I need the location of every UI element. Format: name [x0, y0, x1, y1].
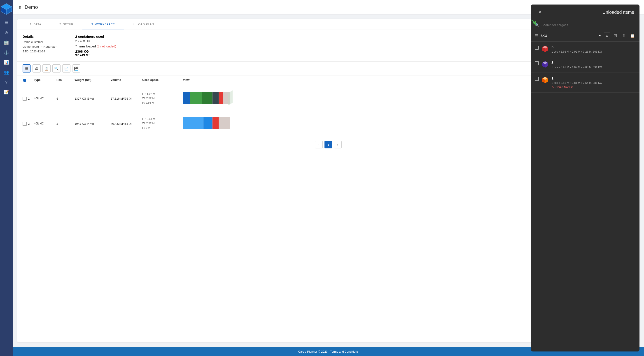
search-input[interactable] [542, 23, 636, 27]
cargo3-num: 3 [552, 61, 636, 65]
viz1-seg3 [202, 92, 212, 104]
sort-select[interactable]: SKU [540, 34, 602, 38]
viz1-seg2 [190, 92, 202, 104]
viz1-seg4 [212, 92, 219, 104]
panel-search-area: 🔍 [531, 20, 640, 30]
cargo-item-1[interactable]: 1 1 pcs x 3.81 M x 2.81 M x 2.56 M, 381 … [531, 73, 640, 93]
select-all-icon[interactable]: ⊞ [22, 78, 26, 83]
sidebar-item-ship[interactable]: ⚓ [2, 48, 10, 57]
col-type: Type [34, 78, 56, 83]
cargo5-details: 1 pcs x 3.66 M x 2.92 M x 3.28 M, 366 KG [552, 50, 636, 53]
warning-icon: ⚠ [552, 85, 554, 89]
row1-pcs: 5 [56, 97, 74, 100]
clipboard-btn[interactable]: 📋 [42, 64, 50, 73]
customer-name: Demo customer [22, 40, 57, 45]
upload-icon: ⬆ [18, 5, 22, 10]
cargo5-icon [542, 45, 549, 52]
sidebar-logo[interactable] [0, 2, 13, 17]
items-count: 7 items loaded [75, 45, 96, 48]
next-page-btn[interactable]: › [334, 141, 342, 148]
row1-checkbox[interactable] [22, 97, 27, 101]
row2-num: 2 [28, 122, 30, 125]
row1-checkbox-cell: 1 [22, 96, 34, 101]
tab-workspace[interactable]: 3. WORKSPACE [82, 19, 124, 30]
panel-title: Unloaded Items [543, 10, 634, 15]
save-btn[interactable]: 💾 [72, 64, 80, 73]
delete-btn[interactable]: 🗑 [620, 32, 627, 39]
copy-btn[interactable]: 📋 [629, 32, 636, 39]
not-loaded-text: (3 not loaded) [97, 45, 116, 48]
row2-pcs: 2 [56, 122, 74, 125]
sidebar-item-building[interactable]: 🏢 [2, 38, 10, 47]
row1-weight: 1327 KG (5 %) [74, 97, 111, 100]
cargo1-num: 1 [552, 76, 636, 80]
search-btn[interactable]: 🔍 [52, 64, 60, 73]
cargo3-checkbox[interactable] [535, 61, 539, 65]
cargo-item-3[interactable]: 3 1 pcs x 3.91 M x 1.67 M x 4.08 M, 391 … [531, 57, 640, 73]
viz2-seg2 [204, 117, 212, 129]
footer-text: Cargo-Planner © 2023 - Terms and Conditi… [298, 350, 358, 353]
cargo3-details: 1 pcs x 3.91 M x 1.67 M x 4.08 M, 391 KG [552, 66, 636, 69]
cargo1-error: ⚠ Could Not Fit [552, 85, 636, 89]
panel-close-btn[interactable]: ✕ [536, 9, 543, 15]
container-type: 2 x 40ft HC [75, 39, 598, 43]
panel-toolbar: ☰ SKU ▲ ☑ 🗑 📋 [531, 30, 640, 42]
panel-menu-icon[interactable]: ☰ [535, 34, 538, 38]
footer-copyright: © 2023 - Terms and Conditions [318, 350, 358, 353]
sidebar-item-data[interactable]: ⊙ [2, 29, 10, 37]
sort-asc-btn[interactable]: ▲ [604, 33, 610, 39]
error-text: Could Not Fit [556, 85, 573, 89]
prev-page-btn[interactable]: ‹ [315, 141, 323, 148]
col-volume: Volume [111, 78, 142, 83]
col-pcs: Pcs [56, 78, 74, 83]
footer-link[interactable]: Cargo-Planner [298, 350, 317, 353]
cargo1-checkbox[interactable] [535, 77, 539, 81]
tab-data[interactable]: 1. DATA [21, 19, 50, 30]
doc-btn[interactable]: 📄 [62, 64, 70, 73]
cargo5-num: 5 [552, 45, 636, 49]
cargo5-info: 5 1 pcs x 3.66 M x 2.92 M x 3.28 M, 366 … [552, 45, 636, 53]
row1-volume: 57.316 M³(75 %) [111, 97, 142, 100]
viz1-3d [228, 90, 232, 106]
viz2-seg4 [219, 117, 230, 129]
cargo1-icon [542, 76, 549, 84]
row2-checkbox-cell: 2 [22, 121, 34, 126]
sidebar-item-notes[interactable]: 📝 [2, 88, 10, 96]
details-right: 2 containers used 2 x 40ft HC 7 items lo… [75, 35, 598, 57]
tab-setup[interactable]: 2. SETUP [50, 19, 82, 30]
volume-value: 97.749 M³ [75, 53, 598, 57]
row1-type: 40ft HC [34, 97, 56, 101]
sidebar-item-table[interactable]: 📊 [2, 58, 10, 66]
cargo5-checkbox[interactable] [535, 46, 539, 50]
weight-value: 2368 KG [75, 50, 598, 53]
details-title: Details [22, 35, 57, 38]
page-1-btn[interactable]: 1 [324, 141, 332, 148]
select-all-btn[interactable]: ☑ [612, 32, 619, 39]
unloaded-panel: ✕ Unloaded Items 🔍 ☰ SKU ▲ ☑ 🗑 📋 5 [531, 5, 640, 351]
cargo3-icon [542, 61, 549, 68]
cargo1-info: 1 1 pcs x 3.81 M x 2.81 M x 2.56 M, 381 … [552, 76, 636, 89]
cargo3-info: 3 1 pcs x 3.91 M x 1.67 M x 4.08 M, 391 … [552, 61, 636, 69]
print-btn[interactable]: 🖶 [32, 64, 41, 73]
row2-checkbox[interactable] [22, 122, 27, 126]
tab-load-plan[interactable]: 4. LOAD PLAN [124, 19, 163, 30]
container2-viz[interactable] [183, 117, 232, 131]
viz2-seg1 [183, 117, 204, 129]
viz1-seg5 [219, 92, 223, 104]
container1-viz[interactable] [183, 92, 232, 106]
row2-type: 40ft HC [34, 122, 56, 126]
sidebar-item-people[interactable]: 👥 [2, 68, 10, 76]
route: Gothemburg → Rotterdam [22, 45, 57, 49]
row2-used-space: L: 10.41 M W: 2.32 M H: 2 M [142, 117, 183, 130]
sidebar-item-menu[interactable]: ☰ [2, 19, 10, 27]
row1-used-space: L: 11.02 M W: 2.32 M H: 2.56 M [142, 92, 183, 105]
list-view-btn[interactable]: ☰ [22, 64, 31, 73]
search-icon: 🔍 [535, 23, 539, 27]
sidebar: ☰ ⊙ 🏢 ⚓ 📊 👥 ? 📝 [0, 0, 13, 356]
sidebar-item-help[interactable]: ? [2, 78, 10, 86]
containers-used: 2 containers used [75, 35, 598, 38]
col-checkbox: ⊞ [22, 78, 34, 83]
cargo-item-5[interactable]: 5 1 pcs x 3.66 M x 2.92 M x 3.28 M, 366 … [531, 42, 640, 57]
page-title: Demo [24, 4, 615, 10]
etd: ETD: 2023-12-24 [22, 49, 57, 54]
